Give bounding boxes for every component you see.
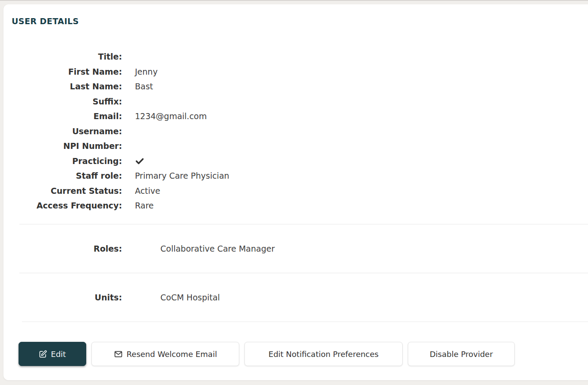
notifications-button-label: Edit Notification Preferences [269, 350, 378, 359]
field-label: NPI Number: [3, 141, 122, 151]
roles-label: Roles: [3, 244, 122, 253]
units-section: Units: CoCM Hospital [3, 273, 588, 322]
disable-provider-button[interactable]: Disable Provider [408, 342, 515, 366]
detail-row-title: Title: [3, 49, 588, 64]
detail-row-access-frequency: Access Frequency: Rare [3, 198, 588, 213]
field-value: Jenny [135, 67, 158, 76]
detail-row-practicing: Practicing: [3, 154, 588, 169]
resend-button-label: Resend Welcome Email [127, 350, 217, 359]
field-label: Last Name: [3, 82, 122, 91]
field-value: Primary Care Physician [135, 171, 229, 180]
field-label: Username: [3, 126, 122, 136]
field-label: Suffix: [3, 97, 122, 106]
field-value: Bast [135, 82, 153, 91]
units-label: Units: [3, 293, 122, 302]
resend-welcome-email-button[interactable]: Resend Welcome Email [91, 342, 239, 366]
roles-value: Collaborative Care Manager [160, 244, 275, 253]
detail-row-current-status: Current Status: Active [3, 183, 588, 199]
page-top-edge [0, 0, 588, 1]
detail-row-first-name: First Name: Jenny [3, 64, 588, 79]
field-label: Email: [3, 111, 122, 121]
field-label: Practicing: [3, 156, 122, 166]
field-label: Access Frequency: [3, 201, 122, 210]
field-label: Title: [3, 52, 122, 61]
disable-button-label: Disable Provider [430, 350, 493, 359]
check-icon [135, 156, 144, 166]
edit-button[interactable]: Edit [19, 342, 86, 366]
edit-notification-preferences-button[interactable]: Edit Notification Preferences [244, 342, 403, 366]
page-title: USER DETAILS [12, 16, 79, 26]
units-value: CoCM Hospital [160, 293, 220, 302]
field-label: First Name: [3, 67, 122, 76]
user-details-list: Title: First Name: Jenny Last Name: Bast… [3, 49, 588, 213]
field-value: Active [135, 186, 160, 196]
envelope-icon [114, 350, 123, 359]
roles-section: Roles: Collaborative Care Manager [3, 224, 588, 273]
field-value: 1234@gmail.com [135, 111, 207, 121]
edit-icon [39, 350, 47, 358]
field-label: Staff role: [3, 171, 122, 180]
detail-row-last-name: Last Name: Bast [3, 79, 588, 94]
field-value: Rare [135, 201, 154, 210]
detail-row-username: Username: [3, 124, 588, 139]
action-button-bar: Edit Resend Welcome Email Edit Notificat… [19, 342, 515, 366]
detail-row-npi-number: NPI Number: [3, 139, 588, 154]
user-details-card: USER DETAILS Title: First Name: Jenny La… [3, 4, 588, 380]
detail-row-email: Email: 1234@gmail.com [3, 109, 588, 124]
field-label: Current Status: [3, 186, 122, 196]
detail-row-staff-role: Staff role: Primary Care Physician [3, 168, 588, 183]
edit-button-label: Edit [51, 350, 66, 359]
detail-row-suffix: Suffix: [3, 94, 588, 109]
